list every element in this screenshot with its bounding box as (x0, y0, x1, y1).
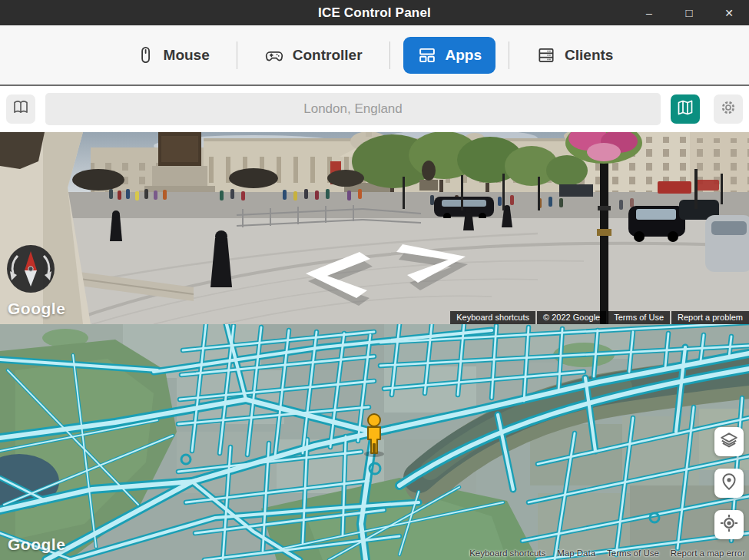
tab-apps[interactable]: Apps (403, 37, 496, 74)
maximize-button[interactable]: □ (669, 0, 709, 25)
layers-button[interactable] (714, 427, 744, 456)
search-input[interactable] (45, 93, 661, 125)
tab-separator (237, 41, 237, 69)
tab-label: Mouse (164, 47, 210, 64)
map-controls (714, 427, 744, 539)
minimize-button[interactable]: – (629, 0, 669, 25)
close-button[interactable]: ✕ (709, 0, 749, 25)
tab-separator (509, 41, 509, 69)
tab-clients[interactable]: Clients (522, 37, 627, 74)
layers-icon (719, 430, 739, 453)
window-controls: – □ ✕ (629, 0, 749, 25)
mouse-icon (136, 45, 155, 65)
terms-of-use-link[interactable]: Terms of Use (608, 311, 670, 324)
street-view-scene[interactable] (0, 132, 749, 324)
keyboard-shortcuts-link[interactable]: Keyboard shortcuts (450, 311, 535, 324)
google-watermark: Google (8, 535, 65, 554)
tab-label: Apps (446, 47, 482, 64)
report-map-error-link[interactable]: Report a map error (671, 548, 745, 558)
tab-label: Controller (293, 47, 363, 64)
bookmarks-button[interactable] (6, 94, 35, 124)
search-toolbar (0, 86, 749, 132)
settings-button[interactable] (714, 94, 743, 124)
street-view-attribution: Keyboard shortcuts © 2022 Google Terms o… (450, 311, 749, 324)
my-location-button[interactable] (714, 510, 744, 539)
main-tabbar: Mouse Controller Apps Clients (0, 25, 749, 86)
map-style-button[interactable] (671, 94, 700, 124)
map-icon (676, 98, 694, 120)
street-view-pin-button[interactable] (714, 469, 744, 498)
crosshair-icon (719, 513, 739, 536)
book-icon (12, 98, 30, 120)
tab-controller[interactable]: Controller (250, 37, 376, 74)
controller-icon (264, 45, 284, 65)
street-view-panorama[interactable]: Google Keyboard shortcuts © 2022 Google … (0, 132, 749, 324)
report-problem-link[interactable]: Report a problem (671, 311, 749, 324)
keyboard-shortcuts-link[interactable]: Keyboard shortcuts (469, 548, 545, 558)
map-scene[interactable] (0, 324, 749, 560)
copyright-label: © 2022 Google (537, 311, 606, 324)
clients-icon (536, 45, 556, 65)
window-titlebar: ICE Control Panel – □ ✕ (0, 0, 749, 25)
tab-label: Clients (565, 47, 613, 64)
gear-icon (719, 98, 737, 120)
tab-mouse[interactable]: Mouse (122, 37, 224, 73)
google-watermark: Google (8, 300, 65, 318)
map-attribution: Keyboard shortcuts Map Data Terms of Use… (469, 548, 745, 558)
compass-control[interactable] (7, 245, 55, 293)
apps-icon (417, 45, 437, 65)
location-pin-icon (719, 472, 739, 495)
window-title: ICE Control Panel (318, 5, 431, 21)
map-data-link[interactable]: Map Data (557, 548, 595, 558)
terms-of-use-link[interactable]: Terms of Use (607, 548, 659, 558)
map-view[interactable]: Google Keyboard shortcuts Map Data Terms… (0, 324, 749, 560)
tab-separator (389, 41, 390, 69)
